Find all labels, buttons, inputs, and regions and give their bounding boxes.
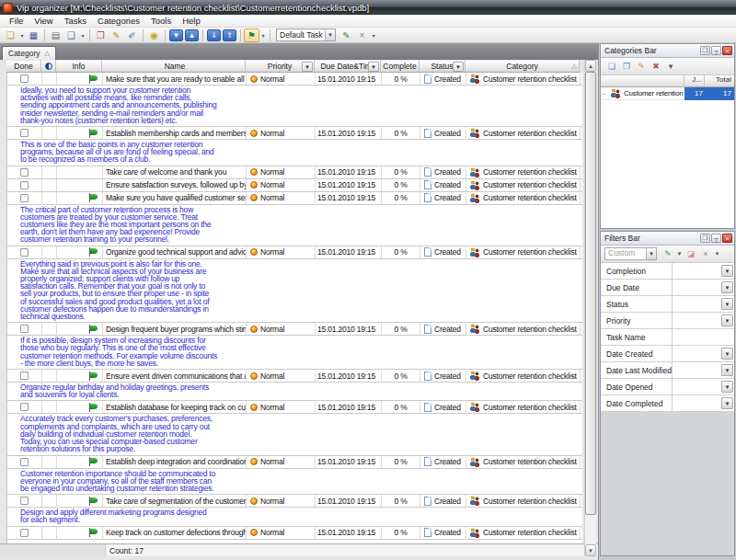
category-row[interactable]: –Customer retention checklist1717 — [601, 87, 734, 100]
task-checkbox[interactable] — [20, 194, 29, 202]
filter-value-field[interactable] — [673, 329, 734, 345]
task-row[interactable]: Design frequent buyer programs which sti… — [7, 323, 582, 336]
show-flags-toggle[interactable]: ⚑ — [244, 29, 259, 42]
task-checkbox[interactable] — [20, 168, 29, 177]
filter-dropdown-icon[interactable]: ▼ — [721, 314, 733, 326]
categories-total-column[interactable]: Total — [705, 75, 734, 86]
filter-dropdown-icon[interactable]: ▼ — [721, 397, 733, 409]
filters-maximize-icon[interactable]: ❐ — [700, 234, 710, 243]
column-header-category[interactable]: Category △ — [466, 60, 580, 73]
column-header-name[interactable]: Name — [102, 60, 246, 73]
categories-j-column[interactable]: J... — [684, 75, 705, 86]
column-header-flag[interactable] — [41, 60, 56, 73]
vertical-scrollbar[interactable]: ▲ ▼ — [584, 60, 596, 556]
filter-value-field[interactable] — [673, 280, 720, 295]
task-checkbox[interactable] — [20, 248, 29, 257]
clear-assign-icon[interactable]: × — [354, 29, 370, 42]
clear-filter-icon[interactable]: × — [698, 247, 713, 260]
new-category-icon[interactable]: ❏ — [604, 60, 619, 73]
column-header-done[interactable]: Done — [6, 60, 41, 73]
menu-file[interactable]: File — [4, 15, 29, 27]
menu-tasks[interactable]: Tasks — [59, 15, 92, 27]
new-subcategory-icon[interactable]: ❐ — [619, 60, 634, 73]
scroll-up-button[interactable]: ▲ — [585, 60, 596, 72]
task-row[interactable]: Establish membership cards and membershi… — [7, 127, 582, 140]
task-checkbox[interactable] — [20, 129, 29, 137]
toolbar-overflow-icon[interactable]: ▾ — [370, 29, 377, 42]
default-task-dropdown-icon[interactable]: ▼ — [325, 29, 335, 40]
task-row[interactable]: Ensure event driven communications that … — [7, 370, 582, 383]
default-task-combo[interactable]: Default Task▼ — [276, 29, 336, 41]
move-top-icon[interactable]: ⇑ — [223, 29, 236, 41]
erase-filter-icon[interactable]: ◪ — [684, 247, 698, 260]
status-filter-dropdown[interactable]: ▼ — [453, 62, 464, 72]
filter-preset-combo[interactable]: Custom ▼ — [604, 247, 657, 260]
filters-close-icon[interactable]: × — [722, 234, 732, 243]
print-icon[interactable]: ▤ — [48, 29, 63, 42]
filter-value-field[interactable] — [673, 395, 720, 411]
column-header-status[interactable]: Status ▼ — [420, 60, 466, 73]
save-icon[interactable]: ▦ — [26, 29, 41, 42]
task-row[interactable]: Take care of segmentation of the custome… — [7, 495, 582, 508]
categories-close-icon[interactable]: × — [722, 46, 732, 55]
assign-task-icon[interactable]: ✎ — [339, 29, 354, 42]
menu-view[interactable]: View — [29, 15, 58, 27]
filter-value-field[interactable] — [673, 263, 720, 279]
filter-dropdown-icon[interactable]: ▼ — [721, 364, 733, 376]
tree-expander[interactable]: – — [601, 90, 607, 97]
move-up-icon[interactable]: ▲ — [185, 29, 199, 41]
task-checkbox[interactable] — [20, 403, 29, 411]
menu-help[interactable]: Help — [177, 15, 206, 27]
edit-task-icon[interactable]: ✎ — [109, 29, 124, 42]
filter-value-field[interactable] — [673, 362, 720, 378]
view-notes-icon[interactable]: ◉ — [146, 29, 162, 42]
new-task-icon[interactable]: ❏ — [3, 29, 18, 42]
task-row[interactable]: Ensure satisfaction surveys, followed up… — [7, 179, 582, 192]
categories-pin-icon[interactable]: ┬ — [711, 46, 721, 55]
delete-category-icon[interactable]: ✖ — [649, 60, 663, 73]
scroll-down-button[interactable]: ▼ — [585, 544, 596, 556]
filter-value-field[interactable] — [673, 346, 720, 361]
new-task-dropdown-icon[interactable]: ▾ — [18, 29, 26, 42]
task-checkbox[interactable] — [20, 181, 29, 189]
filter-value-field[interactable] — [673, 313, 720, 328]
task-row[interactable]: Establish database for keeping track on … — [7, 401, 582, 414]
flag-overflow-icon[interactable]: ▾ — [259, 29, 267, 42]
filter-dropdown-icon[interactable]: ▼ — [721, 348, 733, 360]
column-header-info[interactable]: Info — [56, 60, 102, 73]
task-row[interactable]: Make sure that you are ready to enable a… — [7, 73, 582, 86]
due-date-filter-dropdown[interactable]: ▼ — [368, 62, 379, 72]
scrollbar-thumb[interactable] — [585, 72, 596, 515]
filter-dropdown-icon[interactable]: ▾ — [675, 247, 684, 260]
tab-category[interactable]: Category △ — [2, 46, 56, 60]
column-header-complete[interactable]: Complete — [381, 60, 420, 73]
task-checkbox[interactable] — [20, 74, 29, 83]
edit-category-icon[interactable]: ✎ — [634, 60, 649, 73]
column-header-priority[interactable]: Priority ▼ — [246, 60, 315, 73]
task-checkbox[interactable] — [20, 371, 29, 380]
print-overflow-icon[interactable]: ▾ — [79, 29, 86, 42]
filters-overflow-icon[interactable]: ▾ — [713, 247, 721, 260]
categories-name-column[interactable] — [601, 75, 684, 86]
filter-value-field[interactable] — [673, 296, 720, 312]
task-checkbox[interactable] — [20, 325, 29, 333]
column-header-due-date[interactable]: Due Date&Time ▼ — [315, 60, 381, 73]
filter-dropdown-icon[interactable]: ▼ — [721, 298, 733, 310]
categories-maximize-icon[interactable]: ❐ — [700, 46, 710, 55]
apply-filter-icon[interactable]: ✎ — [661, 247, 675, 260]
move-bottom-icon[interactable]: ⇓ — [207, 29, 221, 41]
complete-task-icon[interactable]: ✐ — [124, 29, 140, 42]
task-checkbox[interactable] — [20, 497, 29, 505]
task-row[interactable]: Keep track on customer defections throug… — [7, 527, 582, 540]
menu-tools[interactable]: Tools — [145, 15, 177, 27]
filter-preset-dropdown-icon[interactable]: ▼ — [646, 248, 656, 259]
filters-pin-icon[interactable]: ┬ — [711, 234, 721, 243]
print-preview-icon[interactable]: ❑ — [63, 29, 79, 42]
task-row[interactable]: Organize good technical support and advi… — [7, 246, 582, 259]
filter-dropdown-icon[interactable]: ▼ — [721, 281, 733, 293]
categories-overflow-icon[interactable]: ▾ — [663, 60, 678, 73]
menu-categories[interactable]: Categories — [92, 15, 145, 27]
task-row[interactable]: Make sure you have qualified customer se… — [7, 192, 582, 205]
task-checkbox[interactable] — [20, 529, 29, 537]
task-checkbox[interactable] — [20, 458, 29, 466]
